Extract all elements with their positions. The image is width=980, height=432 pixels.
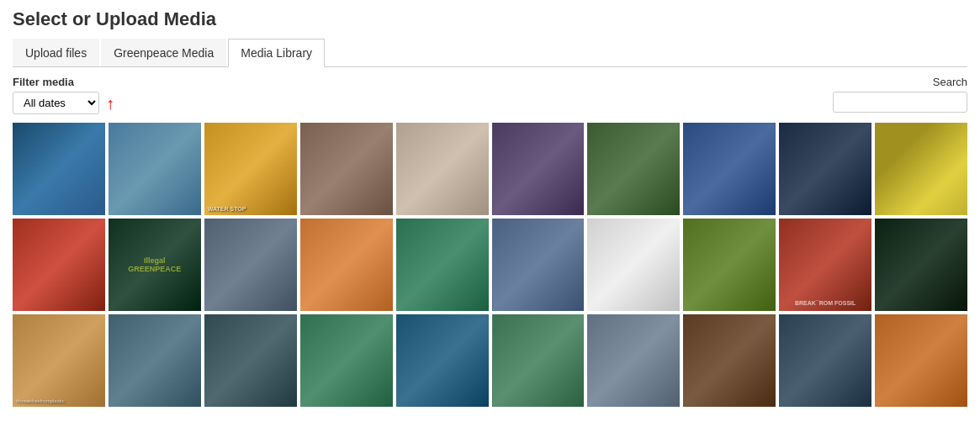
media-thumbnail: [396, 123, 489, 215]
media-thumbnail: [875, 123, 967, 215]
media-thumbnail: [492, 314, 585, 407]
tab-upload[interactable]: Upload files: [13, 39, 99, 66]
media-thumbnail: [875, 314, 967, 407]
media-item[interactable]: [109, 314, 201, 407]
tab-greenpeace[interactable]: Greenpeace Media: [101, 39, 226, 66]
search-section: Search: [833, 76, 967, 113]
media-item[interactable]: [13, 314, 105, 407]
media-thumbnail: [587, 123, 680, 215]
media-thumbnail: [492, 219, 585, 311]
media-item[interactable]: [109, 123, 201, 215]
media-thumbnail: [587, 314, 680, 407]
media-thumbnail: [13, 314, 105, 407]
media-thumbnail: [492, 123, 585, 215]
media-thumbnail: [779, 219, 871, 311]
media-item[interactable]: [875, 123, 967, 215]
media-item[interactable]: [396, 314, 489, 407]
media-item[interactable]: [779, 314, 871, 407]
media-item[interactable]: [875, 219, 967, 311]
media-item[interactable]: [492, 123, 585, 215]
media-thumbnail: [300, 314, 393, 407]
tab-library[interactable]: Media Library: [228, 39, 325, 67]
media-item[interactable]: [683, 314, 776, 407]
media-thumbnail: [109, 314, 201, 407]
media-item[interactable]: [779, 219, 871, 311]
media-thumbnail: [683, 219, 776, 311]
media-item[interactable]: [587, 123, 680, 215]
media-thumbnail: [109, 219, 201, 311]
media-item[interactable]: [300, 123, 393, 215]
arrow-indicator: ↑: [106, 95, 114, 112]
media-thumbnail: [779, 123, 871, 215]
search-label: Search: [933, 76, 967, 88]
search-input[interactable]: [833, 92, 967, 113]
media-thumbnail: [109, 123, 201, 215]
media-thumbnail: [683, 314, 776, 407]
media-item[interactable]: [300, 314, 393, 407]
filter-section: Filter media All dates Today This week T…: [13, 76, 967, 114]
page-title: Select or Upload Media: [13, 8, 967, 30]
media-item[interactable]: [683, 123, 776, 215]
media-thumbnail: [587, 219, 680, 311]
media-item[interactable]: [875, 314, 967, 407]
media-item[interactable]: [204, 123, 297, 215]
media-item[interactable]: [204, 314, 297, 407]
media-item[interactable]: [587, 314, 680, 407]
media-thumbnail: [13, 219, 105, 311]
media-thumbnail: [875, 219, 967, 311]
media-grid: [13, 123, 967, 407]
filter-with-arrow: All dates Today This week This month Thi…: [13, 92, 114, 114]
media-item[interactable]: [683, 219, 776, 311]
media-item[interactable]: [300, 219, 393, 311]
media-item[interactable]: [779, 123, 871, 215]
media-item[interactable]: [204, 219, 297, 311]
media-item[interactable]: [492, 314, 585, 407]
media-item[interactable]: [396, 219, 489, 311]
media-thumbnail: [300, 123, 393, 215]
media-thumbnail: [396, 314, 489, 407]
media-thumbnail: [204, 314, 297, 407]
media-item[interactable]: [587, 219, 680, 311]
media-thumbnail: [300, 219, 393, 311]
tabs-container: Upload files Greenpeace Media Media Libr…: [13, 39, 967, 67]
media-thumbnail: [204, 219, 297, 311]
media-thumbnail: [13, 123, 105, 215]
media-item[interactable]: [109, 219, 201, 311]
media-item[interactable]: [492, 219, 585, 311]
filter-label: Filter media: [13, 76, 114, 88]
media-item[interactable]: [13, 123, 105, 215]
media-thumbnail: [779, 314, 871, 407]
media-item[interactable]: [13, 219, 105, 311]
media-item[interactable]: [396, 123, 489, 215]
media-thumbnail: [396, 219, 489, 311]
media-thumbnail: [683, 123, 776, 215]
media-thumbnail: [204, 123, 297, 215]
filter-left: Filter media All dates Today This week T…: [13, 76, 114, 114]
date-filter[interactable]: All dates Today This week This month Thi…: [13, 92, 99, 114]
